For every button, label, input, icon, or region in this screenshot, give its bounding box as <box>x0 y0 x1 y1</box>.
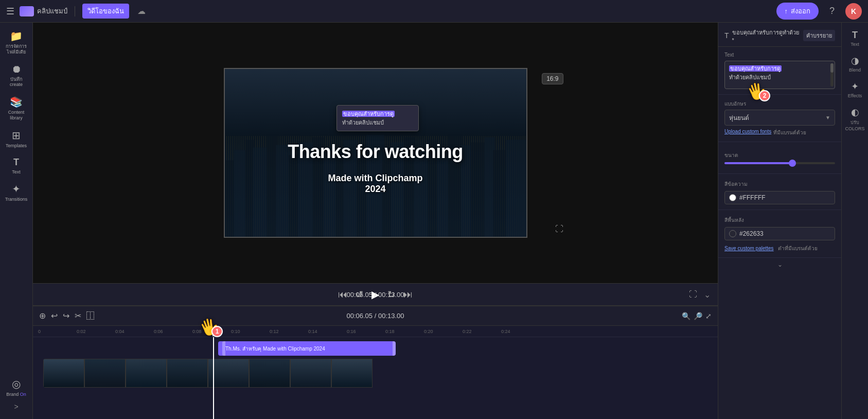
sidebar-item-record[interactable]: ⏺ บันทึกcreate <box>2 60 31 91</box>
sidebar-item-transitions[interactable]: ✦ Transitions <box>2 180 31 205</box>
ruler-label-4: 0:08 <box>192 329 202 334</box>
magnet-icon[interactable]: ⊕ <box>39 311 46 321</box>
save-palette-link[interactable]: Save custom palettes <box>724 246 774 251</box>
ruler-label-11: 0:22 <box>463 329 472 334</box>
right-panel-header: T ขอบคุณสำหรับการดูทำด้วย * คำบรรยาย <box>718 23 841 47</box>
rib-blend-label: Blend <box>849 67 861 73</box>
ruler-label-1: 0:02 <box>77 329 86 334</box>
size-slider-fill <box>724 162 791 164</box>
font-name: หุ่นยนต์ <box>729 113 749 123</box>
rib-blend[interactable]: ◑ Blend <box>843 52 867 76</box>
video-track-row <box>38 361 718 394</box>
expand-icon[interactable]: ⛶ <box>689 290 697 299</box>
sidebar-item-label-content: Contentlibrary <box>8 110 25 121</box>
video-thumb-4 <box>167 359 208 388</box>
video-thumb-6 <box>249 359 290 388</box>
skip-back-icon[interactable]: ⏮ <box>338 289 347 300</box>
menu-icon[interactable]: ☰ <box>6 6 14 17</box>
redo-icon[interactable]: ↪ <box>63 311 69 321</box>
text-color-hex: #FFFFFF <box>739 194 766 201</box>
sidebar-item-label-text: Text <box>12 169 21 175</box>
svg-rect-0 <box>225 160 235 237</box>
rib-effects[interactable]: ✦ Effects <box>843 78 867 101</box>
playback-time: 00:06.05 / 00:13.00 <box>346 291 404 299</box>
size-slider-thumb[interactable] <box>789 160 796 167</box>
caption-button[interactable]: คำบรรยาย <box>803 30 835 41</box>
fullscreen-icon[interactable]: ⛶ <box>555 224 563 234</box>
avatar[interactable]: K <box>845 3 862 20</box>
text-edit-popup[interactable]: ขอบคุณสำหรับการดู ทำด้วยคลิปแชมป์ <box>336 105 419 131</box>
tab-my-videos[interactable]: วิดีโอของฉัน <box>82 4 129 19</box>
rib-colors-label: ปรับCOLORS <box>845 119 865 131</box>
bg-color-swatch[interactable]: #262633 <box>724 227 835 240</box>
text-section-label: Text <box>724 52 835 58</box>
sidebar-item-media[interactable]: 📁 การจัดการไฟล์มีเดีย <box>2 27 31 58</box>
zoom-in-icon[interactable]: 🔎 <box>694 312 702 320</box>
upload-custom-link[interactable]: Upload custom fonts <box>724 129 771 136</box>
text-icon: T <box>13 157 19 168</box>
rib-text-icon: T <box>852 30 858 41</box>
skip-forward-icon[interactable]: ⏭ <box>403 289 413 300</box>
text-edit-box[interactable]: ขอบคุณสำหรับการดู ทำด้วยคลิปแชมป์ <box>724 61 835 89</box>
size-label: ขนาด <box>724 151 835 159</box>
help-icon[interactable]: ? <box>824 3 840 20</box>
ruler-mark: 0:22 <box>463 329 501 334</box>
timeline-playhead[interactable] <box>213 337 214 419</box>
preview-ratio[interactable]: 16:9 <box>542 73 563 84</box>
chevron-down-icon[interactable]: ⌄ <box>704 290 711 300</box>
zoom-out-icon[interactable]: 🔍 <box>682 312 690 320</box>
rib-text[interactable]: T Text <box>843 27 867 50</box>
sidebar-item-templates[interactable]: ⊞ Templates <box>2 126 31 152</box>
save-palette-brand-text: ตำที่มีแบรนด์ด้วย <box>778 246 818 251</box>
undo-icon[interactable]: ↩ <box>51 311 58 321</box>
rib-colors[interactable]: ◐ ปรับCOLORS <box>843 103 867 134</box>
ruler-label-9: 0:18 <box>385 329 395 334</box>
panel-collapse[interactable]: ⌄ <box>718 258 841 271</box>
rib-colors-icon: ◐ <box>851 107 859 118</box>
text-selected-highlight: ขอบคุณสำหรับการดู <box>729 65 782 72</box>
transitions-icon: ✦ <box>12 183 21 195</box>
topbar: ☰ คลิปแชมป์ วิดีโอของฉัน ☁ ↑ ส่งออก ? K <box>0 0 868 23</box>
text-color-swatch[interactable]: #FFFFFF <box>724 191 835 204</box>
timeline-area: ⊕ ↩ ↪ ✂ ⿰ 00:06.05 / 00:13.00 🔍 🔎 ⤢ <box>33 306 718 419</box>
bg-color-label: สีพื้นหลัง <box>724 216 835 224</box>
preview-video: Thanks for watching Made with Clipchamp … <box>224 68 527 238</box>
font-selector[interactable]: หุ่นยนต์ ▼ <box>724 110 835 126</box>
ruler-mark: 0:12 <box>270 329 308 334</box>
svg-rect-24 <box>493 150 507 237</box>
svg-rect-1 <box>234 150 246 237</box>
sidebar-item-text[interactable]: T Text <box>2 154 31 178</box>
ruler-mark: 0:16 <box>347 329 385 334</box>
save-palette-row: Save custom palettes ตำที่มีแบรนด์ด้วย <box>724 242 835 252</box>
text-track-handle-left[interactable] <box>222 341 225 356</box>
video-thumb-3 <box>126 359 167 388</box>
preview-area: Thanks for watching Made with Clipchamp … <box>33 23 718 283</box>
ruler-label-6: 0:12 <box>270 329 279 334</box>
cut-icon[interactable]: ✂ <box>75 311 81 321</box>
text-track-row: Th.Ms. สำหรับคุ Made with Clipchamp 2024 <box>38 340 718 359</box>
sidebar-expand[interactable]: > <box>14 403 18 411</box>
text-track[interactable]: Th.Ms. สำหรับคุ Made with Clipchamp 2024 <box>218 341 396 356</box>
ruler-mark: 0:04 <box>115 329 154 334</box>
rp-title-icon: T <box>724 31 729 40</box>
copy-icon[interactable]: ⿰ <box>86 311 95 321</box>
text-scrollbar[interactable] <box>830 63 834 86</box>
size-slider-track[interactable] <box>724 162 835 164</box>
bg-color-circle <box>729 230 736 237</box>
export-icon: ↑ <box>785 7 788 15</box>
sidebar-item-label-record: บันทึกcreate <box>10 77 23 88</box>
text-scrollbar-thumb[interactable] <box>830 63 834 73</box>
brand-icon: ◎ <box>12 378 21 390</box>
fit-icon[interactable]: ⤢ <box>705 312 712 320</box>
bg-color-section: สีพื้นหลัง #262633 Save custom palettes … <box>718 210 841 258</box>
text-track-handle-right[interactable] <box>393 341 396 356</box>
content-icon: 📚 <box>10 96 23 108</box>
timeline-ruler: 0 0:02 0:04 0:06 0:08 0:10 <box>33 326 718 337</box>
sidebar-item-brand[interactable]: ◎ Brand On <box>2 375 31 400</box>
sidebar-item-content[interactable]: 📚 Contentlibrary <box>2 93 31 124</box>
sidebar-item-label-brand: Brand On <box>6 392 26 397</box>
video-track[interactable] <box>43 359 402 388</box>
export-button[interactable]: ↑ ส่งออก <box>776 3 819 20</box>
text-color-circle <box>729 194 736 201</box>
svg-rect-25 <box>506 139 526 237</box>
